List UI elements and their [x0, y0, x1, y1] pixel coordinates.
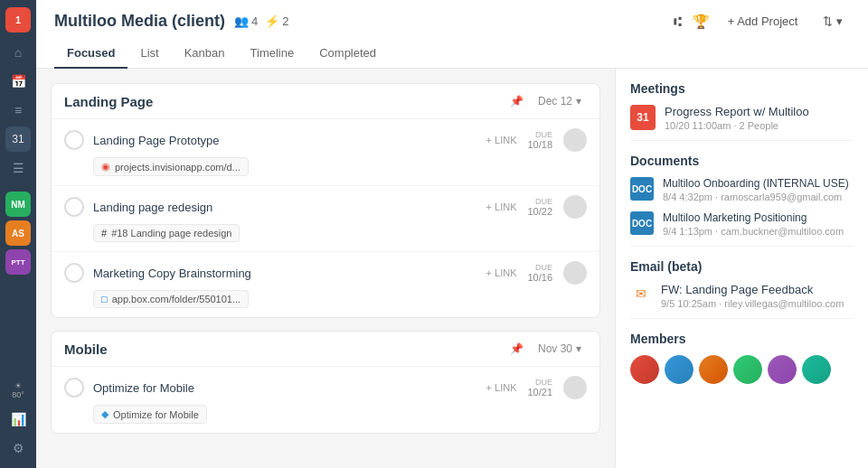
divider-2	[630, 246, 854, 247]
list-icon[interactable]: ≡	[5, 98, 31, 123]
member-avatar-3[interactable]	[733, 355, 762, 384]
chart-icon[interactable]: 📊	[5, 407, 31, 432]
task-check-0[interactable]	[64, 130, 84, 150]
section-header-landing-page: Landing Page 📌 Dec 12 ▾	[52, 84, 599, 119]
member-avatar-2[interactable]	[699, 355, 728, 384]
notification-badge[interactable]: 1	[5, 7, 31, 33]
tab-completed[interactable]: Completed	[307, 39, 389, 69]
left-panel: Landing Page 📌 Dec 12 ▾ Landing Page Pro…	[36, 69, 615, 468]
meetings-title: Meetings	[630, 81, 854, 96]
divider-3	[630, 318, 854, 319]
members-row	[630, 355, 854, 384]
task-check-1[interactable]	[64, 197, 84, 217]
pin-icon-mobile[interactable]: 📌	[510, 342, 524, 355]
member-avatar-0[interactable]	[630, 355, 659, 384]
person-icon[interactable]: 🏆	[693, 14, 710, 30]
add-project-button[interactable]: + Add Project	[721, 11, 806, 32]
header: Multiloo Media (client) 👥 4 ⚡ 2 ⑆ 🏆 + Ad…	[36, 0, 868, 69]
doc-meta-0: 8/4 4:32pm · ramoscarla959@gmail.com	[663, 192, 854, 202]
task-link-0[interactable]: ◉ projects.invisionapp.com/d...	[93, 157, 249, 176]
diamond-icon: ◆	[101, 408, 108, 420]
task-name-1: Landing page redesign	[93, 201, 477, 214]
add-link-btn-1[interactable]: + LINK	[486, 201, 517, 212]
task-check-2[interactable]	[64, 263, 84, 283]
task-link-1[interactable]: # #18 Landing page redesign	[93, 224, 240, 242]
section-title-mobile: Mobile	[64, 342, 108, 357]
doc-item-1: DOC Multiloo Marketing Positioning 9/4 1…	[630, 211, 854, 237]
task-name-0: Landing Page Prototype	[93, 134, 477, 147]
section-mobile: Mobile 📌 Nov 30 ▾ Optimize for Mobile	[51, 331, 600, 434]
date-badge-mobile[interactable]: Nov 30 ▾	[533, 341, 587, 357]
task-link-mobile-0[interactable]: ◆ Optimize for Mobile	[93, 405, 207, 424]
member-count-icon: 👥 4	[234, 14, 258, 28]
doc-title-0: Multiloo Onboarding (INTERNAL USE)	[663, 177, 854, 190]
add-link-btn-0[interactable]: + LINK	[486, 135, 517, 145]
task-name-mobile-0: Optimize for Mobile	[93, 381, 477, 395]
calendar-icon[interactable]: 📅	[5, 69, 31, 94]
member-avatar-5[interactable]	[802, 355, 831, 384]
tab-kanban[interactable]: Kanban	[172, 39, 238, 69]
github-issue-icon: #	[101, 228, 107, 239]
github-icon[interactable]: ⑆	[674, 14, 682, 29]
section-header-mobile: Mobile 📌 Nov 30 ▾	[52, 332, 599, 367]
calendar2-icon[interactable]: 31	[5, 126, 31, 152]
header-actions: ⑆ 🏆 + Add Project ⇅ ▾	[674, 11, 850, 32]
page-title: Multiloo Media (client)	[54, 12, 225, 31]
sidebar: 1 ⌂ 📅 ≡ 31 ☰ NM AS PTT ☀80° 📊 ⚙	[0, 0, 36, 468]
meeting-meta-0: 10/20 11:00am · 2 People	[665, 120, 854, 131]
task-avatar-2	[563, 261, 587, 285]
task-item-2: Marketing Copy Brainstorming + LINK DUE …	[52, 252, 599, 317]
email-meta-0: 9/5 10:25am · riley.villegas@multiloo.co…	[661, 298, 854, 309]
bolt-count-icon: ⚡ 2	[265, 14, 288, 28]
doc-icon-0: DOC	[630, 177, 654, 201]
body: Landing Page 📌 Dec 12 ▾ Landing Page Pro…	[36, 69, 868, 468]
task-check-mobile-0[interactable]	[64, 378, 84, 398]
doc-item-0: DOC Multiloo Onboarding (INTERNAL USE) 8…	[630, 177, 854, 202]
pin-icon[interactable]: 📌	[510, 95, 524, 108]
email-item-0: ✉ FW: Landing Page Feedback 9/5 10:25am …	[630, 283, 854, 309]
email-title: Email (beta)	[630, 259, 854, 274]
task-item-0: Landing Page Prototype + LINK DUE 10/18	[52, 119, 599, 186]
home-icon[interactable]: ⌂	[5, 40, 31, 65]
main-content: Multiloo Media (client) 👥 4 ⚡ 2 ⑆ 🏆 + Ad…	[36, 0, 868, 468]
header-meta: 👥 4 ⚡ 2	[234, 14, 288, 28]
member-avatar-1[interactable]	[665, 355, 693, 384]
divider-1	[630, 140, 854, 141]
documents-title: Documents	[630, 154, 854, 168]
avatar-nm[interactable]: NM	[5, 192, 31, 217]
task-item-mobile-0: Optimize for Mobile + LINK DUE 10/21	[52, 367, 599, 433]
task-avatar-0	[563, 128, 587, 152]
chevron-down-icon: ▾	[576, 95, 581, 108]
section-landing-page: Landing Page 📌 Dec 12 ▾ Landing Page Pro…	[51, 83, 600, 318]
doc-meta-1: 9/4 1:13pm · cam.buckner@multiloo.com	[663, 226, 854, 237]
avatar-as[interactable]: AS	[5, 220, 31, 246]
box-icon: □	[101, 294, 108, 304]
add-link-btn-2[interactable]: + LINK	[486, 267, 517, 278]
task-avatar-1	[563, 195, 587, 219]
weather-icon[interactable]: ☀80°	[5, 378, 31, 403]
task-item-1: Landing page redesign + LINK DUE 10/22	[52, 186, 599, 252]
member-avatar-4[interactable]	[768, 355, 797, 384]
add-link-btn-mobile-0[interactable]: + LINK	[486, 382, 517, 393]
chevron-down-mobile-icon: ▾	[576, 342, 581, 355]
notes-icon[interactable]: ☰	[5, 155, 31, 181]
email-icon-0: ✉	[630, 283, 652, 304]
settings-icon[interactable]: ⚙	[5, 435, 31, 461]
meeting-title-0: Progress Report w/ Multiloo	[665, 105, 854, 118]
date-badge-landing-page[interactable]: Dec 12 ▾	[533, 93, 587, 109]
invision-icon: ◉	[101, 161, 110, 173]
email-title-0: FW: Landing Page Feedback	[661, 283, 854, 296]
right-panel: Meetings 31 Progress Report w/ Multiloo …	[615, 69, 868, 468]
meeting-item-0: 31 Progress Report w/ Multiloo 10/20 11:…	[630, 105, 854, 131]
tabs-nav: Focused List Kanban Timeline Completed	[54, 39, 850, 68]
doc-title-1: Multiloo Marketing Positioning	[663, 211, 854, 224]
meeting-date-box-0: 31	[630, 105, 656, 130]
tab-focused[interactable]: Focused	[54, 39, 127, 69]
task-link-2[interactable]: □ app.box.com/folder/550101...	[93, 290, 249, 308]
doc-icon-1: DOC	[630, 211, 654, 235]
tab-timeline[interactable]: Timeline	[238, 39, 307, 69]
tab-list[interactable]: List	[127, 39, 171, 69]
task-avatar-mobile-0	[563, 376, 587, 399]
sort-button[interactable]: ⇅ ▾	[816, 11, 850, 32]
avatar-ptt[interactable]: PTT	[5, 249, 31, 275]
